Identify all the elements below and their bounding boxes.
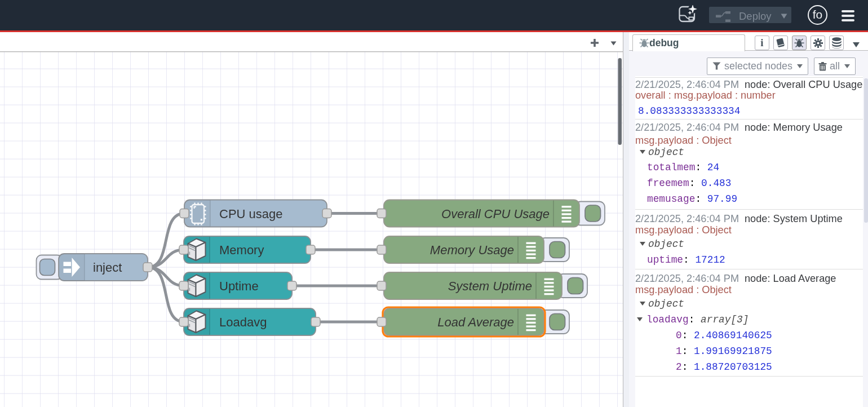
svg-text:Overall CPU Usage: Overall CPU Usage [441,207,550,221]
svg-text:inject: inject [93,260,122,275]
svg-text:Memory: Memory [219,243,264,257]
svg-text:Load Average: Load Average [437,315,514,329]
svg-text:System Uptime: System Uptime [448,279,532,293]
svg-text:Uptime: Uptime [219,279,259,293]
svg-text:Loadavg: Loadavg [219,315,267,329]
svg-text:CPU usage: CPU usage [219,207,283,221]
svg-text:Memory Usage: Memory Usage [430,243,514,257]
